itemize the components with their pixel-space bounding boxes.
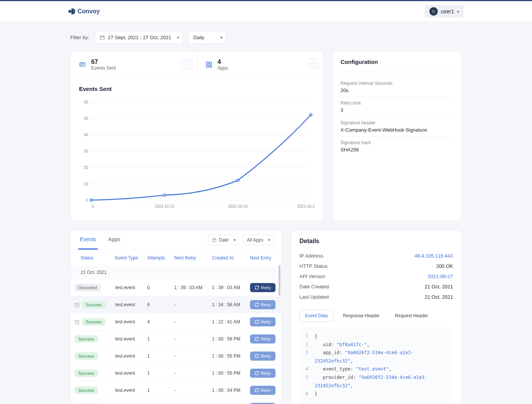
table-row[interactable]: Success test.event 6 - 1 : 34 : 58 AM Re… xyxy=(71,296,281,313)
column-header[interactable]: Next Entry xyxy=(246,250,281,266)
avatar: O xyxy=(429,7,438,16)
event-type: test.event xyxy=(111,331,143,348)
message-bg-icon: ▤ xyxy=(179,54,194,72)
column-header[interactable]: Status xyxy=(71,250,111,266)
chevron-down-icon: ▾ xyxy=(268,238,270,242)
column-header[interactable]: Event Type xyxy=(111,250,143,266)
svg-text:50: 50 xyxy=(84,116,89,121)
config-value: 20s xyxy=(340,87,454,93)
detail-label: API Version xyxy=(299,274,325,279)
retry-button[interactable]: Retry xyxy=(250,334,276,344)
brand-logo[interactable]: Convoy xyxy=(68,8,100,15)
line-number: 5 xyxy=(306,374,315,390)
config-label: Request interval Seconds xyxy=(340,81,454,86)
svg-point-22 xyxy=(237,179,239,181)
status-badge: Success xyxy=(82,318,106,326)
stat-apps: 4 Apps ⊞ xyxy=(197,52,323,78)
date-group: 21 Oct, 2021 xyxy=(71,266,281,279)
stat-events-sent: 67 Events Sent ▤ xyxy=(71,52,197,78)
scrollbar[interactable] xyxy=(279,265,280,296)
events-card: Events Apps Date ▾ All Apps ▾ xyxy=(70,230,282,404)
chevron-down-icon: ▾ xyxy=(234,238,236,242)
table-row[interactable]: Success test.event 1 - 1 : 00 : 55 PM Re… xyxy=(71,365,281,382)
filter-label: Filter by: xyxy=(70,35,89,40)
next-retry: - xyxy=(171,365,208,382)
retry-button[interactable]: Retry xyxy=(250,283,276,292)
svg-text:60: 60 xyxy=(84,100,89,104)
retry-button[interactable]: Retry xyxy=(250,300,276,309)
calendar-icon xyxy=(100,35,105,40)
detail-tab[interactable]: Request Header xyxy=(389,310,434,322)
filter-date-select[interactable]: Date ▾ xyxy=(208,235,239,245)
history-icon xyxy=(74,320,80,325)
detail-tab[interactable]: Event Data xyxy=(299,310,333,322)
event-type: test.event xyxy=(111,348,143,365)
svg-text:0: 0 xyxy=(92,204,94,208)
column-header[interactable]: Next Retry xyxy=(171,250,208,266)
config-label: Signature header xyxy=(340,120,454,126)
calendar-icon xyxy=(212,238,217,242)
detail-label: Last Updated xyxy=(299,294,329,300)
status-badge: Success xyxy=(74,369,98,377)
retry-button[interactable]: Retry xyxy=(250,317,276,326)
event-type: test.event xyxy=(111,365,143,382)
table-row[interactable]: Discarded test.event 0 1 : 39 : 03 AM 1 … xyxy=(71,279,281,296)
retry-button[interactable]: Retry xyxy=(250,386,276,395)
next-retry: - xyxy=(171,313,208,331)
status-badge: Success xyxy=(74,352,98,360)
user-menu[interactable]: O user1 ▾ xyxy=(425,5,464,18)
grid-icon xyxy=(206,61,212,68)
detail-value: 2021-08-27 xyxy=(428,274,453,279)
attempts: 1 xyxy=(143,331,170,348)
next-retry: - xyxy=(171,382,208,399)
svg-rect-4 xyxy=(206,65,208,67)
tab-events[interactable]: Events xyxy=(78,230,98,250)
event-type: test.event xyxy=(111,399,143,404)
line-number: 1 xyxy=(306,332,315,341)
table-row[interactable]: Success test.event 1 - 1 : 00 : 54 PM Re… xyxy=(71,382,281,399)
table-row[interactable]: Success test.event 1 - 1 : 00 : 55 PM Re… xyxy=(71,348,281,365)
date-range-select[interactable]: 27 Sept, 2021 - 27 Oct, 2021 ▾ xyxy=(95,31,183,44)
config-value: SHA256 xyxy=(340,147,454,153)
svg-text:30: 30 xyxy=(84,149,89,153)
filter-apps-select[interactable]: All Apps ▾ xyxy=(243,235,274,245)
status-badge: Success xyxy=(74,387,98,394)
detail-value: 200 OK xyxy=(436,263,453,269)
svg-point-20 xyxy=(90,199,92,201)
event-type: test.event xyxy=(111,279,143,296)
chevron-down-icon: ▾ xyxy=(457,10,459,14)
table-row[interactable]: Success test.event 1 - 1 : 00 : 53 PM Re… xyxy=(71,399,281,404)
config-value: X-Company-Event-WebHook-Signature xyxy=(340,127,454,133)
refresh-icon xyxy=(255,285,259,290)
retry-button[interactable]: Retry xyxy=(250,369,276,378)
svg-point-23 xyxy=(310,114,312,116)
tab-apps[interactable]: Apps xyxy=(107,230,122,250)
detail-tab[interactable]: Response Header xyxy=(337,310,385,322)
line-number: 2 xyxy=(306,341,315,349)
created-at: 1 : 34 : 58 AM xyxy=(208,296,246,313)
column-header[interactable]: Attempts xyxy=(143,250,170,266)
created-at: 1 : 00 : 55 PM xyxy=(208,365,246,382)
created-at: 1 : 00 : 55 PM xyxy=(208,348,246,365)
next-retry: - xyxy=(171,348,208,365)
svg-rect-5 xyxy=(209,65,211,67)
filter-bar: Filter by: 27 Sept, 2021 - 27 Oct, 2021 … xyxy=(70,31,462,44)
granularity-select[interactable]: Daily ▾ xyxy=(188,31,226,44)
refresh-icon xyxy=(255,354,259,358)
table-row[interactable]: Success test.event 4 - 1 : 22 : 41 AM Re… xyxy=(71,313,281,331)
column-header[interactable]: Created At xyxy=(208,250,246,266)
created-at: 1 : 00 : 56 PM xyxy=(208,331,246,348)
convoy-icon xyxy=(68,8,75,15)
config-value: 3 xyxy=(340,107,454,113)
message-icon xyxy=(79,61,86,68)
status-badge: Success xyxy=(82,301,106,309)
created-at: 1 : 39 : 03 AM xyxy=(208,279,246,296)
detail-label: HTTP Status xyxy=(299,263,328,269)
details-title: Details xyxy=(299,238,453,245)
table-row[interactable]: Success test.event 1 - 1 : 00 : 56 PM Re… xyxy=(71,331,281,348)
retry-button[interactable]: Retry xyxy=(250,352,276,361)
created-at: 1 : 22 : 41 AM xyxy=(208,313,246,331)
history-icon xyxy=(74,302,80,308)
created-at: 1 : 00 : 54 PM xyxy=(208,382,246,399)
line-number: 4 xyxy=(306,365,315,374)
